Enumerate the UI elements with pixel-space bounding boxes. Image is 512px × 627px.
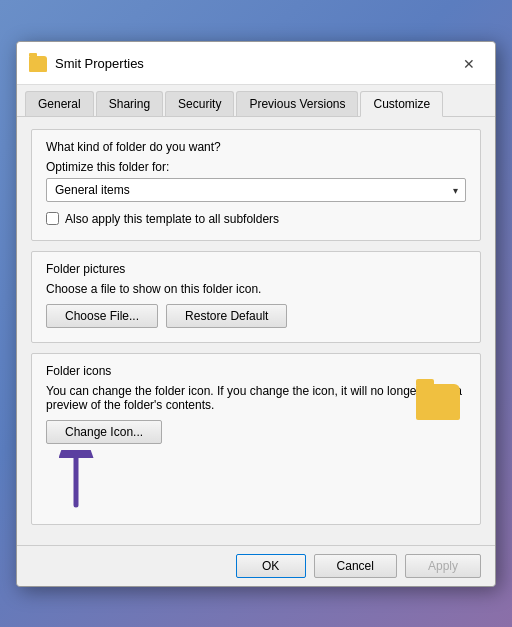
arrow-annotation [46, 450, 466, 510]
tabs-bar: General Sharing Security Previous Versio… [17, 85, 495, 117]
close-button[interactable]: ✕ [457, 52, 481, 76]
optimize-dropdown[interactable]: General items Documents Pictures Music V… [46, 178, 466, 202]
folder-pictures-desc: Choose a file to show on this folder ico… [46, 282, 466, 296]
folder-type-heading: What kind of folder do you want? [46, 140, 466, 154]
dialog-title: Smit Properties [55, 56, 144, 71]
folder-icon-preview [416, 384, 460, 420]
main-content: What kind of folder do you want? Optimiz… [17, 117, 495, 545]
folder-pictures-heading: Folder pictures [46, 262, 466, 276]
folder-icons-heading: Folder icons [46, 364, 466, 378]
tab-sharing[interactable]: Sharing [96, 91, 163, 116]
title-bar-left: Smit Properties [29, 56, 144, 72]
change-icon-button[interactable]: Change Icon... [46, 420, 162, 444]
folder-icon-large [416, 384, 460, 420]
cancel-button[interactable]: Cancel [314, 554, 397, 578]
dialog-footer: OK Cancel Apply [17, 545, 495, 586]
folder-icons-desc: You can change the folder icon. If you c… [46, 384, 466, 412]
tab-customize[interactable]: Customize [360, 91, 443, 117]
folder-pictures-buttons: Choose File... Restore Default [46, 304, 466, 328]
restore-default-button[interactable]: Restore Default [166, 304, 287, 328]
optimize-dropdown-wrapper: General items Documents Pictures Music V… [46, 178, 466, 202]
subfolders-checkbox-row: Also apply this template to all subfolde… [46, 212, 466, 226]
tab-general[interactable]: General [25, 91, 94, 116]
folder-icons-section: Folder icons You can change the folder i… [31, 353, 481, 525]
ok-button[interactable]: OK [236, 554, 306, 578]
choose-file-button[interactable]: Choose File... [46, 304, 158, 328]
subfolders-checkbox[interactable] [46, 212, 59, 225]
folder-icon [29, 56, 47, 72]
title-bar: Smit Properties ✕ [17, 42, 495, 85]
optimize-label: Optimize this folder for: [46, 160, 466, 174]
tab-previous-versions[interactable]: Previous Versions [236, 91, 358, 116]
tab-security[interactable]: Security [165, 91, 234, 116]
apply-button[interactable]: Apply [405, 554, 481, 578]
folder-pictures-section: Folder pictures Choose a file to show on… [31, 251, 481, 343]
up-arrow-icon [56, 450, 96, 510]
subfolders-label: Also apply this template to all subfolde… [65, 212, 279, 226]
properties-dialog: Smit Properties ✕ General Sharing Securi… [16, 41, 496, 587]
folder-type-section: What kind of folder do you want? Optimiz… [31, 129, 481, 241]
